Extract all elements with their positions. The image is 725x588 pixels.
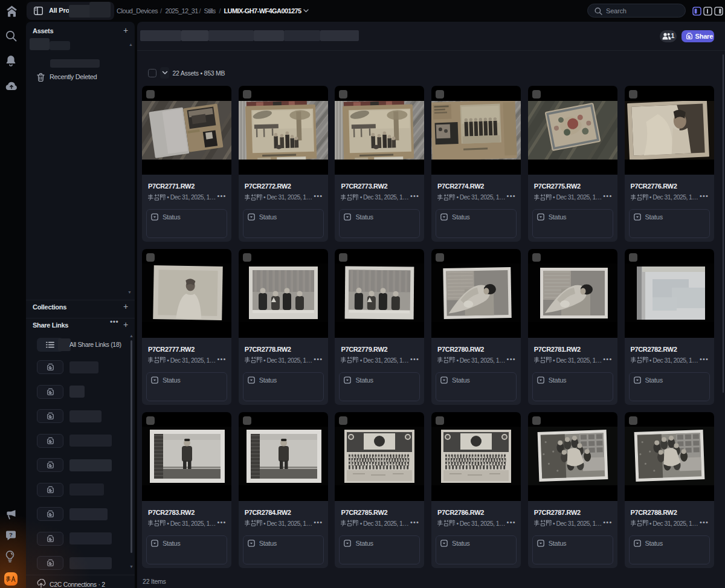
svg-text:?: ?: [9, 531, 13, 538]
